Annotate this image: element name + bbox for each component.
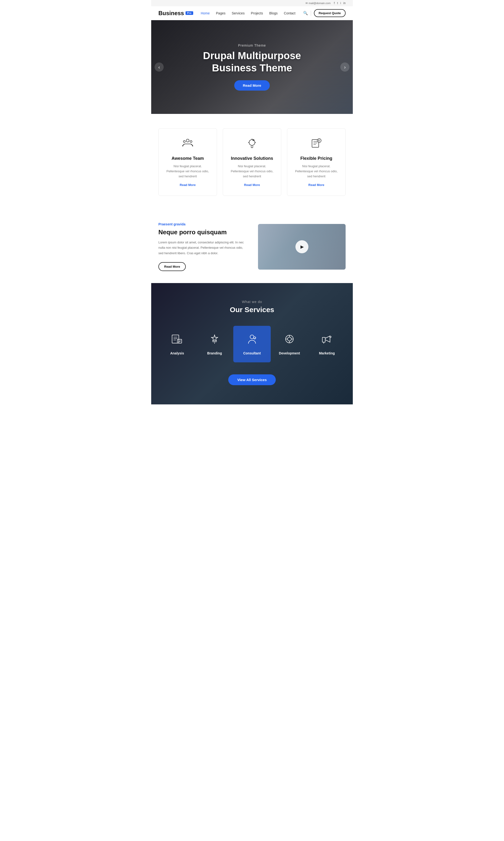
service-name-consultant: Consultant (237, 351, 267, 355)
hero-section: ‹ Premium Theme Drupal MultipurposeBusin… (151, 20, 353, 114)
service-item-consultant[interactable]: Consultant (233, 326, 271, 362)
feature-link-pricing[interactable]: Read More (308, 183, 324, 187)
nav-divider (311, 11, 311, 16)
email-icon: ✉ (306, 2, 308, 5)
feature-link-solutions[interactable]: Read More (244, 183, 260, 187)
development-icon (274, 333, 304, 347)
nav-services[interactable]: Services (232, 11, 245, 15)
feature-title-solutions: Innovative Solutions (230, 156, 274, 161)
about-title: Neque porro quisquam (158, 228, 246, 236)
about-section: Praesent gravida Neque porro quisquam Lo… (151, 210, 353, 283)
pro-badge: Pro (185, 11, 193, 15)
about-text: Praesent gravida Neque porro quisquam Lo… (158, 222, 246, 271)
social-icons: f t i in (334, 1, 346, 5)
search-icon[interactable]: 🔍 (303, 11, 308, 15)
branding-icon (200, 333, 230, 347)
nav-contact[interactable]: Contact (284, 11, 295, 15)
nav-home[interactable]: Home (201, 11, 210, 15)
hero-subtitle: Premium Theme (203, 44, 301, 47)
feature-card-pricing: $ Flexible Pricing Nisi feugiat placerat… (287, 128, 346, 196)
service-item-development[interactable]: Development (271, 326, 308, 362)
nav-projects[interactable]: Projects (251, 11, 263, 15)
svg-point-1 (183, 141, 185, 142)
about-body: Lorem ipsum dolor sit amet, consectetur … (158, 240, 246, 256)
services-footer: View All Services (151, 374, 353, 385)
email-bar: ✉ mail@domain.com (306, 2, 330, 5)
features-grid: Awesome Team Nisi feugiat placerat. Pell… (158, 128, 346, 196)
linkedin-icon[interactable]: in (343, 1, 346, 5)
feature-card-team: Awesome Team Nisi feugiat placerat. Pell… (158, 128, 217, 196)
services-content: What we do Our Services Analysis (151, 300, 353, 385)
logo: Business Pro (158, 10, 193, 17)
service-name-development: Development (274, 351, 304, 355)
about-media (258, 224, 346, 270)
svg-rect-12 (172, 335, 179, 343)
hero-cta-button[interactable]: Read More (234, 80, 270, 90)
header: Business Pro Home Pages Services Project… (151, 6, 353, 20)
about-label: Praesent gravida (158, 222, 246, 226)
services-title: Our Services (151, 306, 353, 314)
email-text: mail@domain.com (309, 2, 330, 4)
service-name-analysis: Analysis (162, 351, 192, 355)
feature-desc-pricing: Nisi feugiat placerat. Pellentesque vel … (294, 164, 339, 179)
services-header: What we do Our Services (151, 300, 353, 314)
services-section: What we do Our Services Analysis (151, 283, 353, 405)
hero-title: Drupal MultipurposeBusiness Theme (203, 50, 301, 74)
service-name-marketing: Marketing (312, 351, 342, 355)
feature-title-team: Awesome Team (165, 156, 210, 161)
play-button[interactable] (295, 240, 308, 253)
hero-next-button[interactable]: › (340, 63, 349, 72)
svg-point-0 (186, 139, 189, 142)
feature-card-solutions: $ Innovative Solutions Nisi feugiat plac… (223, 128, 281, 196)
instagram-icon[interactable]: i (340, 1, 341, 5)
feature-link-team[interactable]: Read More (180, 183, 196, 187)
services-grid: Analysis Branding (158, 326, 346, 362)
facebook-icon[interactable]: f (334, 1, 335, 5)
service-item-branding[interactable]: Branding (196, 326, 233, 362)
logo-text: Business (158, 10, 184, 17)
svg-point-21 (288, 337, 291, 341)
request-quote-button[interactable]: Request Quote (314, 9, 346, 17)
top-bar: ✉ mail@domain.com f t i in (151, 0, 353, 6)
feature-title-pricing: Flexible Pricing (294, 156, 339, 161)
twitter-icon[interactable]: t (337, 1, 338, 5)
service-name-branding: Branding (200, 351, 230, 355)
hero-prev-button[interactable]: ‹ (155, 63, 164, 72)
nav-blogs[interactable]: Blogs (269, 11, 278, 15)
analysis-icon (162, 333, 192, 347)
nav-pages[interactable]: Pages (216, 11, 226, 15)
svg-rect-26 (322, 337, 325, 342)
team-icon (165, 137, 210, 151)
nav-actions: 🔍 Request Quote (303, 9, 346, 17)
about-cta-button[interactable]: Read More (158, 262, 186, 271)
marketing-icon: ♪ (312, 333, 342, 347)
service-item-marketing[interactable]: ♪ Marketing (308, 326, 346, 362)
solutions-icon: $ (230, 137, 274, 151)
hero-content: Premium Theme Drupal MultipurposeBusines… (203, 44, 301, 90)
consultant-icon (237, 333, 267, 347)
features-section: Awesome Team Nisi feugiat placerat. Pell… (151, 114, 353, 210)
service-item-analysis[interactable]: Analysis (158, 326, 196, 362)
about-inner: Praesent gravida Neque porro quisquam Lo… (158, 222, 346, 271)
pricing-icon: $ (294, 137, 339, 151)
feature-desc-team: Nisi feugiat placerat. Pellentesque vel … (165, 164, 210, 179)
svg-point-2 (190, 141, 192, 142)
view-all-services-button[interactable]: View All Services (228, 374, 276, 385)
feature-desc-solutions: Nisi feugiat placerat. Pellentesque vel … (230, 164, 274, 179)
main-nav: Home Pages Services Projects Blogs Conta… (201, 11, 295, 15)
services-label: What we do (151, 300, 353, 304)
video-thumbnail[interactable] (258, 224, 346, 270)
svg-text:$: $ (318, 139, 320, 142)
